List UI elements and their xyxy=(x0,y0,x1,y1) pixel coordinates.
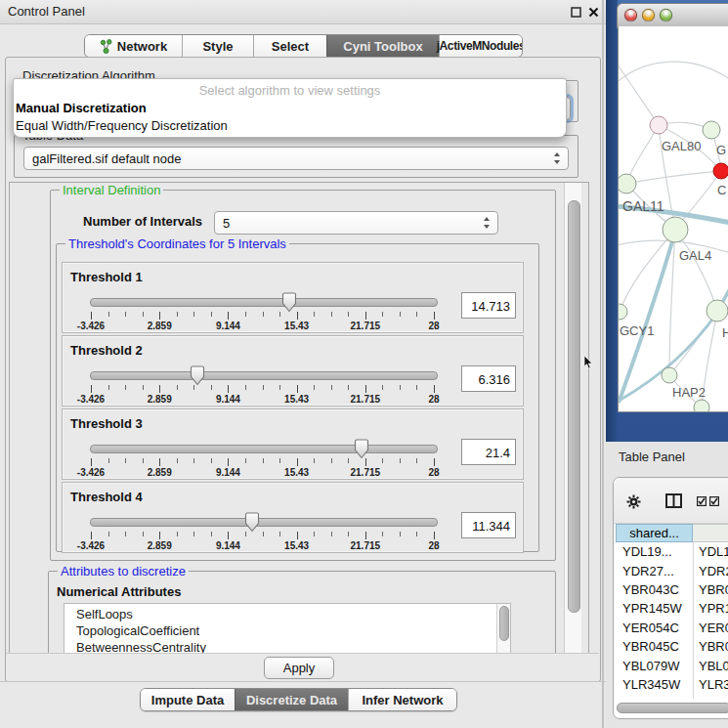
number-of-intervals-combobox[interactable]: 5 xyxy=(214,211,498,235)
settings-vertical-scrollbar[interactable] xyxy=(564,183,581,654)
interval-definition-label: Interval Definition xyxy=(60,183,163,197)
tab-network-label: Network xyxy=(117,39,167,54)
numerical-attributes-list[interactable]: SelfLoopsTopologicalCoefficientBetweenne… xyxy=(64,603,511,655)
table-row[interactable]: YER054CYER0 xyxy=(616,619,728,637)
tab-cyni-toolbox-label: Cyni Toolbox xyxy=(343,39,422,54)
tab-network[interactable]: Network xyxy=(85,35,182,57)
threshold-label: Threshold 4 xyxy=(70,490,143,504)
tab-select-label: Select xyxy=(272,39,309,54)
popup-option-manual-discretization[interactable]: Manual Discretization xyxy=(14,100,566,117)
slider-thumb[interactable] xyxy=(281,292,297,313)
table-row[interactable]: YIL052CYIL0 xyxy=(616,694,728,699)
network-canvas[interactable]: GAL80GCGAL11GAL4GCY1HHAP2 xyxy=(618,26,728,412)
node-table-card: shared... n YDL19...YDL1YDR27...YDR2YBR0… xyxy=(613,477,728,719)
network-node-label: C xyxy=(717,183,726,197)
table-row[interactable]: YLR345WYLR3 xyxy=(616,675,728,694)
mouse-cursor xyxy=(583,356,593,369)
tab-impute-data[interactable]: Impute Data xyxy=(141,689,235,710)
table-row[interactable]: YBR045CYBR0 xyxy=(616,637,728,656)
threshold-value-field[interactable]: 21.4 xyxy=(461,439,516,465)
table-toolbar xyxy=(614,478,728,524)
network-node-gal80[interactable] xyxy=(650,116,667,134)
checkbox-checked-icon[interactable] xyxy=(697,496,707,506)
network-node-gal11[interactable] xyxy=(619,174,636,193)
network-edge[interactable] xyxy=(619,62,728,85)
column-header-name[interactable]: n xyxy=(693,524,728,542)
column-header-shared-name[interactable]: shared... xyxy=(616,524,693,542)
network-window-titlebar[interactable] xyxy=(617,3,728,28)
network-edge[interactable] xyxy=(619,61,659,125)
network-node-label: GAL11 xyxy=(622,198,664,214)
threshold-slider-track[interactable] xyxy=(90,298,438,307)
tab-infer-network-label: Infer Network xyxy=(362,693,443,707)
network-node-label: G xyxy=(716,143,726,157)
table-data-combobox[interactable]: galFiltered.sif default node xyxy=(23,147,569,170)
attributes-group-label: Attributes to discretize xyxy=(58,564,189,578)
scrollbar-thumb[interactable] xyxy=(568,200,580,613)
threshold-panel: Threshold 3 -3.4262.8599.14415.4321.7152… xyxy=(62,408,524,480)
threshold-slider-track[interactable] xyxy=(90,371,438,380)
tab-cyni-toolbox[interactable]: Cyni Toolbox xyxy=(326,35,439,57)
tab-select[interactable]: Select xyxy=(253,35,326,57)
network-node-g[interactable] xyxy=(703,121,720,139)
tab-infer-network[interactable]: Infer Network xyxy=(348,689,456,710)
network-node-gal4[interactable] xyxy=(663,217,688,242)
network-node-gcy1[interactable] xyxy=(619,304,627,320)
horizontal-scrollbar[interactable] xyxy=(616,702,728,713)
close-icon[interactable] xyxy=(588,7,599,18)
network-node[interactable] xyxy=(694,400,709,411)
table-row[interactable]: YDL19...YDL1 xyxy=(616,542,728,561)
number-of-intervals-value: 5 xyxy=(223,216,230,231)
combo-arrows-icon xyxy=(484,217,491,229)
network-edge[interactable] xyxy=(620,230,675,312)
panel-splitter[interactable] xyxy=(602,0,604,728)
split-view-icon[interactable] xyxy=(665,493,682,509)
apply-button[interactable]: Apply xyxy=(264,657,334,679)
network-node-label: GCY1 xyxy=(620,323,654,338)
attributes-list-scrollbar[interactable] xyxy=(496,604,510,655)
attribute-list-item[interactable]: SelfLoops xyxy=(64,606,510,622)
table-rows[interactable]: YDL19...YDL1YDR27...YDR2YBR043CYBR0YPR14… xyxy=(616,542,728,699)
numerical-attributes-header: Numerical Attributes xyxy=(57,584,181,599)
network-node-label: GAL80 xyxy=(662,139,701,153)
network-node-label: HAP2 xyxy=(672,385,706,400)
panel-title: Control Panel xyxy=(8,4,85,19)
threshold-panel: Threshold 4 -3.4262.8599.14415.4321.7152… xyxy=(62,482,524,553)
attribute-list-item[interactable]: TopologicalCoefficient xyxy=(64,622,510,639)
tab-discretize-data[interactable]: Discretize Data xyxy=(235,689,348,710)
table-row[interactable]: YBR043CYBR0 xyxy=(616,580,728,599)
tab-jactivemnodules[interactable]: jActiveMNodules xyxy=(439,35,522,57)
threshold-slider-track[interactable] xyxy=(90,518,438,527)
threshold-value-field[interactable]: 6.316 xyxy=(461,365,516,392)
minimize-traffic-light[interactable] xyxy=(642,9,655,21)
slider-thumb[interactable] xyxy=(244,512,260,533)
table-row[interactable]: YBL079WYBL0 xyxy=(616,656,728,674)
table-row[interactable]: YDR27...YDR2 xyxy=(616,561,728,579)
threshold-value-field[interactable]: 14.713 xyxy=(461,292,516,319)
threshold-value-field[interactable]: 11.344 xyxy=(461,512,516,538)
network-graph: GAL80GCGAL11GAL4GCY1HHAP2 xyxy=(619,26,728,411)
threshold-label: Threshold 2 xyxy=(70,343,143,358)
network-node-h[interactable] xyxy=(707,300,728,321)
tab-impute-data-label: Impute Data xyxy=(151,693,224,707)
tab-style[interactable]: Style xyxy=(182,35,253,57)
close-traffic-light[interactable] xyxy=(624,9,637,21)
checkbox-checked-icon-2[interactable] xyxy=(709,496,719,506)
tab-discretize-data-label: Discretize Data xyxy=(246,693,337,707)
float-window-icon[interactable] xyxy=(571,7,581,18)
table-row[interactable]: YPR145WYPR1 xyxy=(616,599,728,618)
tab-style-label: Style xyxy=(202,39,233,54)
network-node-label: H xyxy=(722,325,728,340)
threshold-slider-track[interactable] xyxy=(90,445,438,453)
slider-thumb[interactable] xyxy=(190,365,205,386)
network-edge[interactable] xyxy=(626,171,721,184)
network-node-hap2[interactable] xyxy=(662,367,677,383)
threshold-label: Threshold 3 xyxy=(70,416,143,431)
combo-arrows-icon xyxy=(554,152,561,164)
slider-thumb[interactable] xyxy=(354,439,369,459)
network-node-c[interactable] xyxy=(713,163,728,179)
threshold-panel: Threshold 1 -3.4262.8599.14415.4321.7152… xyxy=(62,262,524,333)
gear-icon[interactable] xyxy=(626,494,641,509)
popup-option-equal-width-frequency[interactable]: Equal Width/Frequency Discretization xyxy=(14,117,566,135)
zoom-traffic-light[interactable] xyxy=(660,9,672,21)
